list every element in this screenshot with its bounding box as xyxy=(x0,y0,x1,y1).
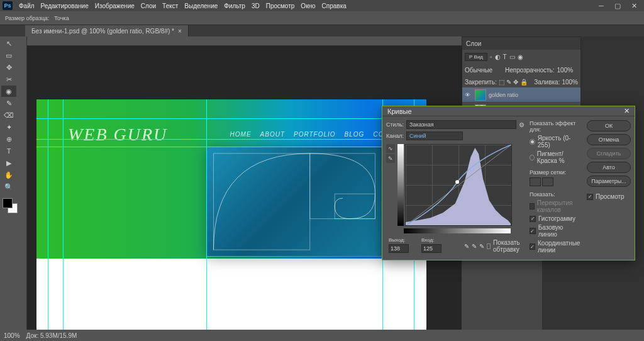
move-tool[interactable]: ↖ xyxy=(1,38,16,49)
zoom-tool[interactable]: 🔍 xyxy=(1,181,16,193)
check-histogram[interactable]: Гистограмму xyxy=(530,215,582,222)
cancel-button[interactable]: Отмена xyxy=(587,134,631,145)
guide[interactable] xyxy=(36,118,426,119)
eraser-tool[interactable]: ⌫ xyxy=(1,109,16,121)
params-button[interactable]: Параметры... xyxy=(587,176,631,187)
preview-checkbox[interactable]: Просмотр xyxy=(587,193,631,200)
curve-pencil-tool[interactable]: ✎ xyxy=(386,154,395,163)
gear-icon[interactable]: ⚙ xyxy=(519,121,525,128)
input-gradient xyxy=(404,228,511,233)
maximize-icon[interactable]: ▢ xyxy=(610,1,625,10)
visibility-icon[interactable]: 👁 xyxy=(465,92,472,98)
close-icon[interactable]: ✕ xyxy=(626,1,641,10)
gradient-tool[interactable]: ✦ xyxy=(1,121,16,133)
layer-filter[interactable]: Р Вид xyxy=(465,53,487,61)
app-logo-icon: Ps xyxy=(3,1,13,10)
opacity-value[interactable]: 100% xyxy=(557,67,574,74)
filter-icon[interactable]: ▫ xyxy=(490,53,492,60)
guide[interactable] xyxy=(63,99,64,330)
show-clipping-checkbox[interactable] xyxy=(487,243,491,249)
menu-layer[interactable]: Слои xyxy=(141,3,156,9)
svg-point-4 xyxy=(455,180,459,184)
golden-ratio-image xyxy=(206,147,382,257)
filter-icon[interactable]: ◐ xyxy=(495,53,501,60)
tab-close-icon[interactable]: × xyxy=(178,28,182,35)
blend-mode-select[interactable]: Обычные xyxy=(465,67,502,74)
ok-button[interactable]: ОК xyxy=(587,120,631,131)
guide[interactable] xyxy=(36,139,426,140)
guide[interactable] xyxy=(206,99,207,330)
menu-filter[interactable]: Фильтр xyxy=(224,3,245,9)
menu-image[interactable]: Изображение xyxy=(95,3,135,9)
menu-help[interactable]: Справка xyxy=(322,3,347,9)
show-clipping-label: Показать обтравку xyxy=(493,239,525,253)
guide[interactable] xyxy=(48,99,48,330)
input-input[interactable] xyxy=(421,244,441,253)
vertical-ruler[interactable] xyxy=(18,36,27,330)
document-tab-bar: Без имени-1.psd @ 100% (golden ratio, RG… xyxy=(0,25,644,36)
doc-size[interactable]: Док: 5.93M/15.9M xyxy=(26,332,77,339)
nav-home: HOME xyxy=(230,131,252,138)
opacity-label: Непрозрачность: xyxy=(505,67,555,74)
auto-button[interactable]: Авто xyxy=(587,162,631,173)
horizontal-ruler[interactable] xyxy=(27,36,462,46)
radio-light[interactable]: Яркость (0-255) xyxy=(530,135,582,148)
eyedropper-gray-icon[interactable]: ✎ xyxy=(472,243,477,250)
grid-small-button[interactable] xyxy=(530,177,541,186)
eyedropper-tool[interactable]: ◉ xyxy=(1,86,16,97)
sample-size-value[interactable]: Точка xyxy=(54,15,69,21)
menu-view[interactable]: Просмотр xyxy=(266,3,295,9)
menu-text[interactable]: Текст xyxy=(162,3,178,9)
zoom-level[interactable]: 100% xyxy=(4,332,20,339)
grid-large-button[interactable] xyxy=(542,177,553,186)
lock-icon[interactable]: 🔒 xyxy=(520,79,528,86)
lock-icon[interactable]: ✎ xyxy=(506,79,511,86)
svg-rect-0 xyxy=(213,154,309,250)
menu-edit[interactable]: Редактирование xyxy=(41,3,89,9)
lock-icon[interactable]: ⬚ xyxy=(499,79,504,86)
brush-tool[interactable]: ✎ xyxy=(1,98,16,109)
guide[interactable] xyxy=(36,147,426,147)
curve-point-tool[interactable]: ∿ xyxy=(386,144,395,153)
document-tab[interactable]: Без имени-1.psd @ 100% (golden ratio, RG… xyxy=(25,25,189,36)
menu-select[interactable]: Выделение xyxy=(184,3,218,9)
check-intersection[interactable]: Координатные линии xyxy=(530,240,582,254)
filter-icon[interactable]: ▭ xyxy=(509,53,515,60)
dodge-tool[interactable]: ⊕ xyxy=(1,133,16,145)
dialog-titlebar[interactable]: Кривые ✕ xyxy=(382,106,635,116)
check-overlays[interactable]: Перекрытия каналов xyxy=(530,199,582,213)
preset-select[interactable]: Заказная xyxy=(406,120,516,129)
check-baseline[interactable]: Базовую линию xyxy=(530,224,582,238)
layers-tab[interactable]: Слои xyxy=(466,40,481,47)
minimize-icon[interactable]: ─ xyxy=(594,1,609,10)
menu-3d[interactable]: 3D xyxy=(252,3,260,9)
eyedropper-white-icon[interactable]: ✎ xyxy=(479,243,484,250)
radio-pigment[interactable]: Пигмент/Краска % xyxy=(530,150,582,164)
menu-file[interactable]: Файл xyxy=(19,3,35,9)
hero-section: WEB GURU HOME ABOUT PORTFOLIO BLOG CONTA… xyxy=(36,99,426,259)
layer-item[interactable]: 👁 golden ratio xyxy=(462,87,580,103)
smooth-button[interactable]: Сгладить xyxy=(587,148,631,159)
nav-blog: BLOG xyxy=(345,131,365,138)
curve-graph[interactable] xyxy=(405,144,512,226)
preset-label: Стиль: xyxy=(386,121,404,128)
filter-icon[interactable]: T xyxy=(503,53,507,60)
type-tool[interactable]: T xyxy=(1,145,16,157)
path-tool[interactable]: ▶ xyxy=(1,157,16,169)
channel-select[interactable]: Синий xyxy=(406,131,463,140)
dialog-close-icon[interactable]: ✕ xyxy=(624,107,630,115)
foreground-color-swatch[interactable] xyxy=(3,198,13,208)
eyedropper-black-icon[interactable]: ✎ xyxy=(464,243,469,250)
lock-icon[interactable]: ✥ xyxy=(513,79,518,86)
hand-tool[interactable]: ✋ xyxy=(1,169,16,181)
lock-label: Закрепить: xyxy=(465,79,497,86)
output-input[interactable] xyxy=(389,244,409,253)
color-swatches[interactable] xyxy=(1,198,16,217)
lasso-tool[interactable]: ✥ xyxy=(1,62,16,73)
fill-value[interactable]: 100% xyxy=(562,79,578,86)
crop-tool[interactable]: ✂ xyxy=(1,74,16,85)
artboard[interactable]: WEB GURU HOME ABOUT PORTFOLIO BLOG CONTA… xyxy=(36,99,426,330)
marquee-tool[interactable]: ▭ xyxy=(1,50,16,61)
filter-icon[interactable]: ◉ xyxy=(518,53,523,60)
menu-window[interactable]: Окно xyxy=(301,3,315,9)
